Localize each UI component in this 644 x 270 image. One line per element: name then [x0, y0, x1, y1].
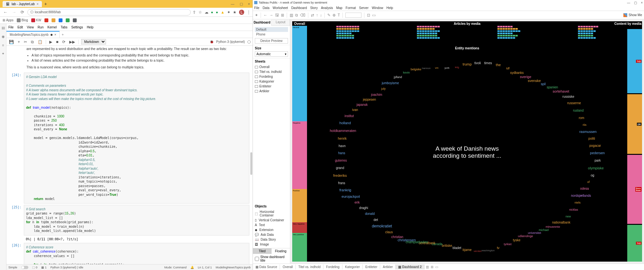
- bookmarks-icon[interactable]: ★: [233, 10, 236, 15]
- floating-button[interactable]: Floating: [272, 248, 290, 254]
- wordcloud-word[interactable]: sverige: [520, 75, 531, 79]
- wordcloud-word[interactable]: christian: [391, 235, 403, 239]
- dashboard-canvas[interactable]: Overall Articles by media Content by med…: [290, 19, 644, 264]
- copy-icon[interactable]: ⧉: [30, 40, 34, 44]
- menu-icon[interactable]: ⋮: [247, 10, 251, 15]
- device-preview-button[interactable]: Device Preview: [255, 38, 288, 44]
- sort-desc-icon[interactable]: ↓: [320, 13, 322, 17]
- sort-asc-icon[interactable]: ↑: [316, 13, 318, 17]
- overall-segment[interactable]: Negative: [292, 121, 307, 189]
- wordcloud-word[interactable]: nicklas: [569, 208, 578, 211]
- entity-wordcloud[interactable]: A week of Danish news according to senti…: [307, 52, 627, 262]
- wordcloud-word[interactable]: svenske: [528, 79, 541, 83]
- wordcloud-word[interactable]: park: [594, 159, 601, 162]
- device-default[interactable]: Default: [255, 27, 288, 32]
- content-segment[interactable]: TV2: [627, 29, 642, 93]
- extensions-icon[interactable]: ✦: [227, 10, 230, 15]
- notebook-content[interactable]: are represented by a word distribution a…: [6, 46, 253, 264]
- content-chart[interactable]: TV2 DR EkstraBladet TV2: [627, 21, 642, 262]
- overall-chart[interactable]: Neutral Negative Positive Very negative …: [292, 21, 307, 262]
- code-cell[interactable]: [24]: # Gensim LDA model # Comments on p…: [10, 73, 249, 204]
- bottom-tab-active[interactable]: ▦ Dashboard 2: [396, 265, 424, 269]
- new-story-icon[interactable]: ▭: [435, 265, 438, 269]
- wordcloud-word[interactable]: krig: [455, 65, 459, 68]
- add-cell-icon[interactable]: +: [17, 40, 21, 44]
- wordcloud-word[interactable]: holdkammeraten: [330, 129, 356, 133]
- cell-type-select[interactable]: Markdown: [81, 39, 106, 45]
- apps-shortcut[interactable]: ⊞ Apps: [3, 18, 14, 22]
- share-icon[interactable]: ⇪: [193, 10, 196, 15]
- forward-button[interactable]: →: [11, 10, 17, 15]
- minimize-button[interactable]: —: [231, 2, 235, 6]
- wordcloud-word[interactable]: jylland: [394, 75, 402, 79]
- menu-data[interactable]: Data: [263, 6, 269, 10]
- stop-icon[interactable]: ■: [55, 40, 59, 44]
- menu-worksheet[interactable]: Worksheet: [273, 6, 288, 10]
- wordcloud-word[interactable]: vm: [435, 66, 438, 69]
- extensions-icon[interactable]: ✦: [2, 52, 5, 56]
- star-icon[interactable]: ☆: [198, 10, 202, 15]
- menu-file[interactable]: File: [8, 25, 14, 29]
- search-input[interactable]: [345, 13, 361, 18]
- menu-edit[interactable]: Edit: [17, 25, 23, 29]
- sheet-item[interactable]: Artikler: [255, 89, 288, 94]
- new-data-icon[interactable]: ⊞: [281, 13, 284, 17]
- duplicate-icon[interactable]: ⧉: [295, 13, 298, 17]
- wordcloud-word[interactable]: guterres: [335, 158, 347, 162]
- wordcloud-word[interactable]: eurojackpot: [341, 195, 360, 198]
- fit-icon[interactable]: ⊡: [367, 13, 370, 17]
- wordcloud-word[interactable]: joachim: [371, 93, 382, 96]
- wordcloud-word[interactable]: henrik: [338, 136, 347, 140]
- menu-run[interactable]: Run: [38, 25, 43, 29]
- wordcloud-word[interactable]: politi: [588, 136, 595, 140]
- wordcloud-word[interactable]: niels: [575, 201, 581, 204]
- content-segment[interactable]: TV2: [627, 225, 642, 262]
- menu-settings[interactable]: Settings: [71, 25, 83, 29]
- menu-map[interactable]: Map: [336, 6, 342, 10]
- wordcloud-word[interactable]: bjarne: [463, 248, 472, 252]
- undo-icon[interactable]: ←: [264, 13, 267, 17]
- wordcloud-word[interactable]: institut: [344, 114, 354, 118]
- wordcloud-word[interactable]: minusrente: [546, 225, 560, 228]
- wordcloud-word[interactable]: sydbanks: [510, 71, 524, 75]
- show-title-check[interactable]: Show dashboard title: [253, 254, 290, 264]
- run-all-icon[interactable]: ▶▶: [69, 40, 76, 44]
- wordcloud-word[interactable]: olympiske: [588, 166, 604, 170]
- label-icon[interactable]: T: [338, 13, 340, 17]
- maximize-button[interactable]: ▢: [240, 2, 243, 6]
- code-content[interactable]: # Coherence score def calc_coherence(coh…: [24, 243, 249, 265]
- wordcloud-word[interactable]: frankrig: [340, 188, 351, 192]
- menu-format[interactable]: Format: [346, 6, 356, 10]
- menu-kernel[interactable]: Kernel: [47, 25, 57, 29]
- swap-icon[interactable]: ⇄: [311, 13, 314, 17]
- wordcloud-word[interactable]: universitet: [528, 231, 541, 235]
- toc-icon[interactable]: ≡: [2, 43, 4, 47]
- wordcloud-word[interactable]: tivoli: [474, 61, 481, 65]
- sheet-item[interactable]: Overall: [255, 65, 288, 69]
- scrollbar-thumb[interactable]: [250, 152, 252, 175]
- back-button[interactable]: ←: [2, 10, 9, 15]
- minimize-button[interactable]: —: [627, 1, 630, 5]
- bookmark-item[interactable]: [66, 18, 70, 22]
- content-segment[interactable]: EkstraBladet: [627, 155, 642, 224]
- wordcloud-word[interactable]: hans: [338, 151, 345, 155]
- wordcloud-word[interactable]: of: [587, 180, 590, 184]
- wordcloud-word[interactable]: trump: [463, 62, 472, 66]
- wordcloud-word[interactable]: tyske: [513, 238, 520, 242]
- wordcloud-word[interactable]: det: [373, 218, 378, 221]
- object-item[interactable]: AText: [255, 223, 288, 227]
- ext2-icon[interactable]: ●: [216, 10, 218, 15]
- wordcloud-word[interactable]: holland: [340, 121, 351, 125]
- wordcloud-word[interactable]: og: [591, 173, 594, 177]
- files-icon[interactable]: ▤: [2, 26, 5, 30]
- wordcloud-word[interactable]: bladet: [453, 246, 461, 249]
- menu-tabs[interactable]: Tabs: [61, 25, 67, 29]
- wordcloud-word[interactable]: nationalbank: [552, 221, 571, 224]
- menu-dashboard[interactable]: Dashboard: [291, 6, 307, 10]
- kernel-name[interactable]: Python 3 (ipykernel): [216, 40, 245, 44]
- bottom-tab[interactable]: Artikler: [380, 265, 396, 269]
- wordcloud-word[interactable]: rasmussen: [579, 130, 597, 134]
- menu-server[interactable]: Server: [359, 6, 369, 10]
- bookmark-item[interactable]: [44, 18, 48, 22]
- object-item[interactable]: 🖼Image: [255, 242, 288, 247]
